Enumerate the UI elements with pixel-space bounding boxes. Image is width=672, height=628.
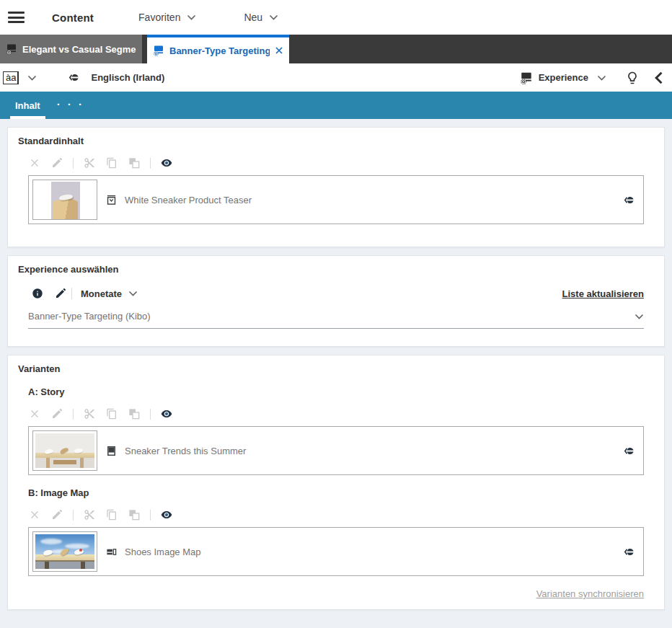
edit-pencil-icon[interactable] (50, 407, 63, 420)
neu-label: Neu (244, 12, 262, 23)
image-map-type-icon (106, 547, 117, 557)
section-title: Varianten (18, 363, 654, 374)
close-tab-icon[interactable] (275, 46, 283, 55)
chevron-down-icon[interactable] (27, 75, 37, 81)
delete-icon[interactable] (28, 407, 41, 420)
preview-eye-icon[interactable] (160, 508, 173, 521)
preview-eye-icon[interactable] (160, 156, 173, 169)
experience-toolbar: Monetate Liste aktualisieren (31, 287, 644, 300)
experience-mode-label: Experience (539, 72, 588, 83)
copy-icon[interactable] (105, 508, 118, 521)
item-toolbar (28, 156, 644, 169)
chevron-down-icon[interactable] (597, 75, 606, 81)
toolbar-divider (73, 158, 74, 169)
delete-icon[interactable] (28, 508, 41, 521)
item-label: Shoes Image Map (125, 547, 201, 557)
item-label: White Sneaker Product Teaser (125, 195, 252, 205)
preview-eye-icon[interactable] (160, 407, 173, 420)
translate-globe-icon[interactable] (624, 445, 636, 457)
vendor-dropdown[interactable]: Monetate (81, 288, 138, 299)
item-label: Sneaker Trends this Summer (125, 446, 246, 456)
variant-b-name: B: Image Map (28, 487, 644, 498)
lightbulb-icon[interactable] (625, 71, 640, 85)
delete-icon[interactable] (28, 156, 41, 169)
chevron-down-icon (187, 14, 196, 20)
chevron-down-icon (635, 314, 644, 319)
section-standardinhalt: Standardinhalt White Sneaker Product Tea… (7, 127, 665, 247)
cut-scissors-icon[interactable] (83, 156, 96, 169)
variant-a-name: A: Story (28, 386, 644, 397)
neu-menu[interactable]: Neu (244, 12, 278, 23)
thumbnail-shoes-image-map (32, 531, 97, 572)
toolbar-divider (150, 510, 151, 521)
vendor-label: Monetate (81, 288, 122, 299)
sync-variants-link[interactable]: Varianten synchronisieren (536, 588, 644, 599)
cut-scissors-icon[interactable] (83, 508, 96, 521)
edit-pencil-icon[interactable] (50, 508, 63, 521)
copy-icon[interactable] (105, 407, 118, 420)
section-varianten: Varianten A: Story (7, 355, 665, 610)
experience-monitor-gear-icon (153, 45, 164, 56)
translate-globe-icon[interactable] (624, 194, 636, 206)
favoriten-label: Favoriten (138, 12, 180, 23)
toolbar-divider (150, 409, 151, 420)
info-icon[interactable] (31, 287, 44, 300)
paste-icon[interactable] (128, 407, 141, 420)
section-experience-auswaehlen: Experience auswählen Monetate Liste aktu… (7, 255, 665, 347)
edit-pencil-icon[interactable] (54, 287, 67, 300)
item-toolbar (28, 508, 644, 521)
tab-inhalt[interactable]: Inhalt (10, 92, 45, 119)
tab-label: Elegant vs Casual Segme… (22, 44, 136, 55)
favoriten-menu[interactable]: Favoriten (138, 12, 196, 23)
content-item-white-sneaker[interactable]: White Sneaker Product Teaser (28, 175, 644, 224)
edit-pencil-icon[interactable] (50, 156, 63, 169)
tab-banner-type-targeting[interactable]: Banner-Type Targeting (… (147, 35, 289, 63)
copy-icon[interactable] (105, 156, 118, 169)
editor-toolbar: àa Englisch (Irland) Experience (0, 63, 672, 92)
story-type-icon (106, 446, 117, 456)
refresh-list-link[interactable]: Liste aktualisieren (562, 288, 644, 299)
more-tabs-ellipsis[interactable]: · · · (57, 92, 84, 119)
current-language-label: Englisch (Irland) (91, 72, 164, 83)
collapse-panel-chevron-left-icon[interactable] (654, 71, 663, 84)
top-app-bar: Content Favoriten Neu (0, 0, 672, 35)
translate-globe-icon[interactable] (624, 546, 636, 558)
experience-monitor-gear-icon (6, 43, 17, 55)
toolbar-divider (73, 510, 74, 521)
toolbar-divider (73, 409, 74, 420)
hamburger-menu-icon[interactable] (8, 12, 25, 23)
item-toolbar (28, 407, 644, 420)
section-title: Standardinhalt (18, 136, 654, 146)
paste-icon[interactable] (128, 508, 141, 521)
form-tab-strip: Inhalt · · · (0, 92, 672, 119)
content-item-sneaker-trends[interactable]: Sneaker Trends this Summer (28, 426, 644, 475)
app-title: Content (52, 12, 94, 24)
content-item-shoes-image-map[interactable]: Shoes Image Map (28, 527, 644, 576)
section-title: Experience auswählen (18, 264, 654, 275)
thumbnail-sneaker-trends (32, 430, 97, 471)
tab-label: Banner-Type Targeting (… (169, 45, 270, 56)
experience-select[interactable]: Banner-Type Targeting (Kibo) (28, 311, 644, 329)
experience-monitor-gear-icon (520, 71, 533, 84)
tab-elegant-vs-casual[interactable]: Elegant vs Casual Segme… (0, 35, 142, 63)
translation-mode-icon[interactable]: àa (3, 71, 19, 84)
paste-icon[interactable] (128, 156, 141, 169)
selected-experience-value: Banner-Type Targeting (Kibo) (28, 311, 635, 322)
teaser-type-icon (106, 195, 117, 205)
cut-scissors-icon[interactable] (83, 407, 96, 420)
form-content: Standardinhalt White Sneaker Product Tea… (0, 119, 672, 618)
chevron-down-icon (269, 14, 278, 20)
document-tab-bar: Elegant vs Casual Segme… Banner-Type Tar… (0, 35, 672, 63)
toolbar-divider (71, 288, 72, 299)
toolbar-divider (150, 158, 151, 169)
language-globe-icon (68, 71, 81, 84)
chevron-down-icon (128, 291, 138, 296)
thumbnail-white-sneaker (32, 180, 97, 220)
